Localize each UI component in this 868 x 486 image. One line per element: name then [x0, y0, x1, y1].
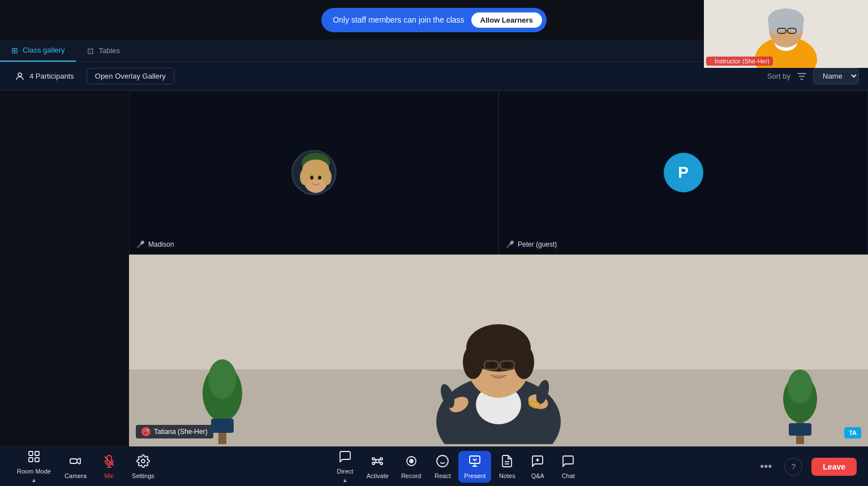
svg-rect-49 — [35, 458, 39, 462]
svg-point-58 — [372, 462, 375, 465]
qa-icon — [531, 454, 544, 470]
leave-button[interactable]: Leave — [811, 458, 857, 476]
present-icon — [468, 454, 482, 470]
tatiana-svg — [385, 291, 612, 444]
svg-rect-69 — [470, 456, 480, 463]
madison-mic-icon: 🎤 — [136, 240, 145, 248]
svg-point-35 — [514, 345, 534, 379]
svg-point-56 — [372, 458, 375, 460]
svg-point-19 — [310, 176, 313, 180]
camera-label: Camera — [65, 472, 87, 479]
settings-button[interactable]: Settings — [126, 451, 160, 483]
svg-rect-46 — [29, 451, 33, 455]
tatiana-figure — [385, 291, 612, 446]
plant-right — [777, 348, 823, 446]
svg-point-39 — [489, 362, 495, 368]
svg-rect-50 — [70, 459, 77, 463]
room-mode-button[interactable]: Room Mode ▲ — [11, 446, 57, 486]
svg-point-20 — [318, 176, 321, 180]
tabs-bar: ⊞ Class gallery ⊡ Tables — [0, 40, 704, 62]
camera-button[interactable]: Camera — [59, 451, 92, 483]
react-icon — [436, 454, 449, 470]
participant-tile-tatiana: 🎤 Tatiana (She-Her) TA — [129, 255, 868, 446]
sort-icon — [796, 71, 807, 82]
svg-line-60 — [375, 459, 376, 461]
room-mode-chevron: ▲ — [31, 477, 37, 483]
madison-name-text: Madison — [148, 240, 174, 248]
chat-button[interactable]: Chat — [553, 451, 583, 483]
left-panel — [0, 91, 129, 255]
svg-line-51 — [105, 457, 114, 466]
madison-name: 🎤 Madison — [136, 240, 174, 248]
present-button[interactable]: Present — [458, 451, 491, 483]
present-label: Present — [464, 472, 485, 479]
chat-icon — [561, 454, 575, 470]
svg-point-34 — [463, 345, 483, 379]
svg-point-54 — [141, 459, 145, 463]
notes-button[interactable]: Notes — [492, 451, 522, 483]
direct-label: Direct — [337, 468, 353, 475]
svg-point-18 — [323, 169, 332, 185]
tab-tables[interactable]: ⊡ Tables — [76, 40, 131, 62]
participants-icon — [15, 71, 25, 81]
svg-point-17 — [300, 169, 309, 185]
sort-by-section: Sort by Name Role — [767, 68, 859, 84]
svg-line-63 — [379, 462, 380, 463]
mic-button[interactable]: Mic — [94, 451, 124, 483]
svg-point-59 — [380, 462, 383, 465]
svg-rect-47 — [35, 451, 39, 455]
peter-mic-icon: 🎤 — [506, 240, 514, 248]
svg-line-62 — [375, 462, 376, 463]
ta-badge-text: TA — [849, 429, 857, 436]
chat-label: Chat — [562, 472, 575, 479]
participant-tile-madison: 🎤 Madison — [129, 91, 499, 255]
react-button[interactable]: React — [428, 451, 457, 483]
instructor-thumbnail: Instructor (She-Her) — [704, 0, 868, 68]
svg-point-27 — [788, 369, 813, 403]
notes-icon — [500, 454, 514, 470]
peter-initial: P — [678, 164, 689, 182]
tables-icon: ⊡ — [87, 46, 94, 55]
direct-icon — [338, 450, 352, 466]
ta-badge: TA — [844, 427, 861, 438]
record-button[interactable]: Record — [396, 451, 427, 483]
instructor-label-text: Instructor (She-Her) — [715, 58, 770, 64]
room-mode-label: Room Mode — [17, 468, 51, 475]
participant-tile-peter: P 🎤 Peter (guest) — [499, 91, 868, 255]
settings-label: Settings — [132, 472, 154, 479]
mic-label: Mic — [104, 472, 114, 479]
toolbar-left: Room Mode ▲ Camera — [11, 446, 170, 486]
top-row: 🎤 Madison P 🎤 Peter (guest) — [0, 91, 868, 255]
tab-class-gallery[interactable]: ⊞ Class gallery — [0, 40, 76, 62]
peter-avatar: P — [664, 153, 703, 192]
participants-button[interactable]: 4 Participants — [9, 68, 80, 85]
record-label: Record — [401, 472, 421, 479]
settings-icon — [136, 454, 150, 470]
more-button[interactable]: ••• — [757, 457, 775, 476]
madison-avatar-svg — [293, 152, 337, 195]
open-overlay-gallery-button[interactable]: Open Overlay Gallery — [87, 68, 174, 84]
participants-count: 4 Participants — [29, 72, 74, 80]
svg-point-23 — [208, 359, 237, 399]
help-button[interactable]: ? — [784, 458, 802, 476]
svg-rect-28 — [789, 423, 811, 436]
allow-learners-button[interactable]: Allow Learners — [471, 12, 542, 28]
sort-by-label: Sort by — [767, 72, 790, 80]
sort-select[interactable]: Name Role — [813, 68, 859, 84]
bottom-row: 🎤 Tatiana (She-Her) TA — [0, 255, 868, 446]
tab-tables-label: Tables — [98, 46, 120, 55]
activate-label: Activate — [367, 472, 389, 479]
activate-button[interactable]: Activate — [361, 451, 394, 483]
qa-button[interactable]: Q&A — [523, 451, 552, 483]
svg-point-5 — [768, 14, 782, 34]
notification-message: Only staff members can join the class — [333, 15, 464, 24]
activate-icon — [371, 454, 384, 470]
tatiana-muted-icon: 🎤 — [141, 427, 151, 436]
direct-button[interactable]: Direct ▲ — [330, 446, 360, 486]
react-label: React — [435, 472, 451, 479]
svg-point-57 — [380, 458, 383, 460]
notes-label: Notes — [499, 472, 515, 479]
direct-chevron: ▲ — [342, 477, 348, 483]
plant-left — [197, 331, 248, 446]
tab-class-gallery-label: Class gallery — [23, 46, 65, 54]
